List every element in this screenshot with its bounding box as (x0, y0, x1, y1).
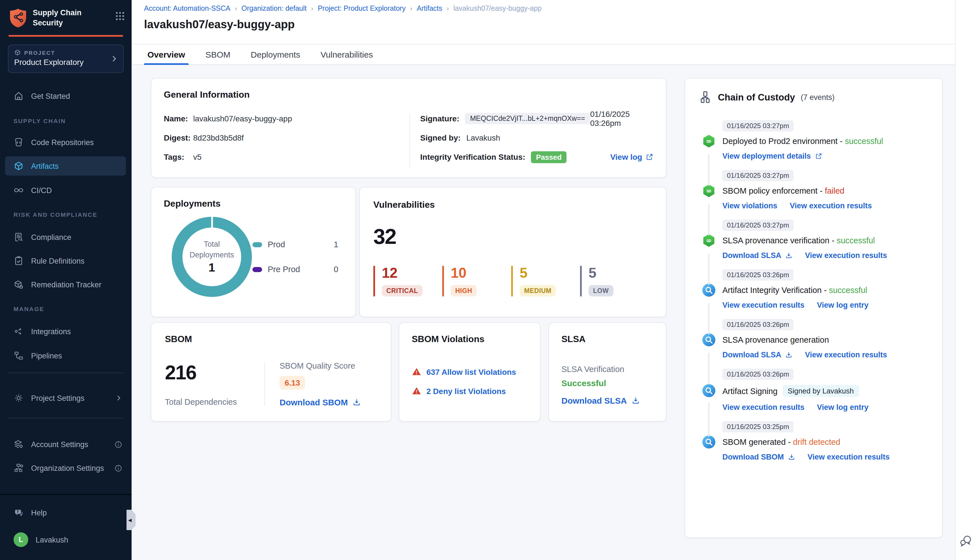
medium-badge: MEDIUM (520, 285, 556, 297)
right-utility-rail (955, 0, 976, 560)
view-execution-results-link[interactable]: View execution results (807, 453, 890, 461)
view-execution-results-link[interactable]: View execution results (790, 202, 872, 210)
chevron-right-icon (115, 394, 123, 402)
project-name: Product Exploratory (14, 58, 117, 67)
sidebar-item-code-repositories[interactable]: Code Repositories (0, 133, 132, 152)
deployments-card: Deployments TotalDeployments 1 Prod 1 (151, 187, 356, 317)
clipboard-check-icon (13, 256, 24, 266)
sidebar-divider (8, 418, 124, 418)
integrity-status-label: Integrity Verification Status: (420, 152, 525, 162)
main-content: General Information Name:lavakush07/easy… (132, 65, 956, 560)
svg-text:∞: ∞ (706, 187, 712, 195)
breadcrumb-project[interactable]: Project: Product Exploratory (318, 5, 405, 12)
view-log-link[interactable]: View log (610, 152, 654, 162)
view-execution-results-link[interactable]: View execution results (805, 350, 887, 359)
low-badge: LOW (589, 285, 613, 297)
chain-of-custody-card: Chain of Custody (7 events) 01/16/2025 0… (684, 78, 943, 538)
event-timestamp: 01/16/2025 03:26pm (722, 319, 794, 330)
sidebar-item-pipelines[interactable]: Pipelines (0, 346, 132, 365)
sidebar-item-remediation-tracker[interactable]: Remediation Tracker (0, 275, 132, 294)
medium-count: 5 (520, 266, 580, 280)
scan-circle-icon (701, 283, 716, 297)
app-title: Supply Chain Security (33, 8, 92, 28)
download-slsa-link[interactable]: Download SLSA (722, 251, 793, 260)
collapse-arrow-icon: ◀ (128, 517, 132, 522)
slsa-card: SLSA SLSA Verification Successful Downlo… (549, 322, 666, 422)
event-timestamp: 01/16/2025 03:27pm (722, 170, 794, 181)
slsa-verification-label: SLSA Verification (561, 365, 654, 374)
sidebar-item-project-settings[interactable]: Project Settings (0, 388, 132, 408)
sidebar-item-cicd[interactable]: CI/CD (0, 181, 132, 200)
view-violations-link[interactable]: View violations (722, 202, 777, 210)
breadcrumb-account[interactable]: Account: Automation-SSCA (144, 5, 230, 12)
sidebar-item-organization-settings[interactable]: Organization Settings (0, 458, 132, 478)
breadcrumb-separator: › (447, 5, 449, 12)
download-slsa-link[interactable]: Download SLSA (561, 396, 640, 405)
view-execution-results-link[interactable]: View execution results (722, 403, 804, 412)
card-title: Deployments (164, 199, 343, 209)
org-chart-gear-icon (13, 463, 24, 473)
chain-of-custody-icon (700, 91, 712, 103)
view-log-entry-link[interactable]: View log entry (817, 301, 869, 309)
view-execution-results-link[interactable]: View execution results (722, 301, 804, 309)
event-status: failed (825, 186, 844, 195)
signature-value: MEQCICde2VjIT...bL+2+mqnOXw== (465, 113, 590, 124)
donut-segment-gap (211, 217, 213, 228)
tab-vulnerabilities[interactable]: Vulnerabilities (320, 45, 373, 64)
breadcrumb-organization[interactable]: Organization: default (242, 5, 307, 12)
scan-circle-icon (701, 434, 716, 449)
event-title: SBOM policy enforcement - failed (722, 186, 844, 195)
allow-list-violations-link[interactable]: 637 Allow list Violations (412, 367, 527, 377)
sidebar-item-artifacts[interactable]: Artifacts (0, 157, 132, 175)
sidebar-item-integrations[interactable]: Integrations (0, 322, 132, 341)
remediation-cube-icon (13, 280, 24, 290)
sidebar-user[interactable]: L Lavakush (0, 530, 132, 549)
high-badge: HIGH (451, 285, 477, 297)
view-execution-results-link[interactable]: View execution results (805, 251, 887, 260)
tab-overview[interactable]: Overview (147, 45, 185, 64)
card-title: General Information (164, 90, 654, 100)
brand-accent-bar (8, 35, 123, 37)
sidebar-item-account-settings[interactable]: Account Settings (0, 435, 132, 454)
deny-list-violations-link[interactable]: 2 Deny list Violations (412, 386, 527, 396)
project-selector[interactable]: PROJECT Product Exploratory (8, 45, 124, 73)
sidebar-item-rule-definitions[interactable]: Rule Definitions (0, 251, 132, 270)
svg-text:∞: ∞ (706, 236, 712, 244)
sidebar-section-manage: MANAGE (13, 305, 44, 312)
breadcrumb-artifacts[interactable]: Artifacts (417, 5, 442, 12)
total-dependencies-label: Total Dependencies (165, 397, 264, 407)
total-dependencies-value: 216 (165, 361, 264, 384)
sidebar-item-get-started[interactable]: Get Started (0, 87, 132, 105)
severity-breakdown: 12 CRITICAL 10 HIGH 5 MEDIUM 5 LOW (373, 266, 652, 297)
download-slsa-link[interactable]: Download SLSA (722, 350, 793, 359)
view-log-entry-link[interactable]: View log entry (817, 403, 869, 412)
feedback-chat-icon[interactable] (959, 534, 973, 548)
download-icon (788, 453, 795, 461)
sidebar-collapse-handle[interactable]: ◀ (127, 510, 135, 530)
slsa-verification-status: Successful (561, 378, 654, 388)
tab-deployments[interactable]: Deployments (251, 45, 300, 64)
event-status: drift detected (793, 438, 841, 447)
events-count: (7 events) (801, 93, 834, 101)
event-status: successful (837, 236, 875, 245)
sidebar-item-help[interactable]: ? Help (0, 503, 132, 522)
event-timestamp: 01/16/2025 03:27pm (722, 120, 794, 132)
download-sbom-link[interactable]: Download SBOM (722, 453, 795, 461)
app-grid-icon[interactable] (115, 11, 125, 21)
view-deployment-details-link[interactable]: View deployment details (722, 152, 822, 160)
tab-bar: Overview SBOM Deployments Vulnerabilitie… (132, 44, 956, 65)
gear-icon (13, 393, 24, 403)
tab-sbom[interactable]: SBOM (205, 45, 230, 64)
download-sbom-link[interactable]: Download SBOM (280, 397, 361, 407)
sidebar-item-compliance[interactable]: Compliance (0, 228, 132, 247)
digest-label: Digest: (164, 133, 193, 142)
scan-circle-icon (701, 383, 716, 398)
sidebar: Supply Chain Security PROJECT Product Ex… (0, 0, 132, 560)
event-timestamp: 01/16/2025 03:27pm (722, 220, 794, 231)
app-window: Supply Chain Security PROJECT Product Ex… (0, 0, 976, 560)
sidebar-section-risk: RISK AND COMPLIANCE (13, 211, 97, 218)
artifacts-cube-icon (13, 161, 24, 171)
info-icon (114, 464, 123, 472)
card-title: SLSA (561, 334, 654, 344)
signature-timestamp: 01/16/2025 03:26pm (590, 110, 654, 128)
